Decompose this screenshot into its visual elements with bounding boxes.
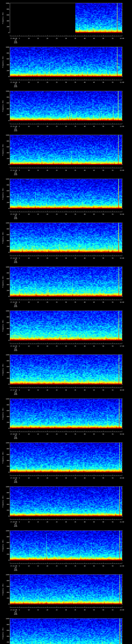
x-tick-label: 5 bbox=[19, 389, 20, 391]
x-tick-label: 55 bbox=[112, 170, 114, 171]
y-tick-label: 1000 bbox=[6, 266, 9, 268]
x-tick-label: 30 bbox=[65, 609, 67, 611]
y-tick-label: 200 bbox=[6, 598, 9, 599]
spectrogram-panel-17-18-00: Frequency (Hz)0200400600800100017:18:005… bbox=[0, 396, 132, 440]
frequency-axis-label: Frequency (Hz) bbox=[2, 188, 4, 200]
x-tick-label: 15 bbox=[37, 565, 39, 567]
y-tick-label: 400 bbox=[6, 64, 9, 66]
frequency-axis-label: Frequency (Hz) bbox=[2, 452, 4, 464]
spectrogram-panel-17-14-00: Frequency (Hz)0200400600800100017:14:005… bbox=[0, 220, 132, 264]
x-tick-label: 25 bbox=[56, 389, 58, 391]
y-tick-label: 800 bbox=[6, 96, 9, 98]
x-start-time-label: 17:17:00 bbox=[10, 389, 17, 391]
y-tick-label: 600 bbox=[6, 146, 9, 148]
x-tick-label: 5 bbox=[19, 170, 20, 171]
x-tick-label: 25 bbox=[56, 258, 58, 259]
x-start-time-label: 17:18:00 bbox=[10, 434, 17, 435]
x-end-time-label: 18:00 bbox=[120, 389, 124, 391]
x-tick-label: 25 bbox=[56, 477, 58, 479]
spectrogram-canvas bbox=[0, 0, 132, 44]
x-tick-label: 30 bbox=[65, 38, 67, 39]
x-tick-label: 40 bbox=[84, 565, 86, 567]
x-tick-label: 40 bbox=[84, 346, 86, 347]
x-tick-label: 45 bbox=[93, 38, 95, 39]
y-tick-label: 1000 bbox=[6, 530, 9, 532]
x-tick-label: 10 bbox=[28, 38, 30, 39]
y-tick-label: 200 bbox=[6, 466, 9, 467]
y-tick-label: 600 bbox=[6, 498, 9, 499]
x-tick-label: 45 bbox=[93, 477, 95, 479]
y-tick-label: 800 bbox=[6, 228, 9, 230]
x-start-time-label: 17:11:00 bbox=[10, 126, 17, 127]
x-tick-label: 55 bbox=[112, 434, 114, 435]
y-tick-label: 0 bbox=[8, 560, 9, 561]
y-tick-label: 800 bbox=[6, 8, 9, 10]
spectrogram-panel-17-12-00: Frequency (Hz)0200400600800100017:12:005… bbox=[0, 132, 132, 176]
y-tick-label: 1000 bbox=[6, 398, 9, 400]
page: { "figure": { "background_color": "#0000… bbox=[0, 0, 132, 644]
x-tick-label: 25 bbox=[56, 434, 58, 435]
y-tick-label: 400 bbox=[6, 152, 9, 154]
x-tick-label: 25 bbox=[56, 214, 58, 215]
date-year-label: 2016 bbox=[14, 262, 18, 263]
x-tick-label: 5 bbox=[19, 521, 20, 523]
x-tick-label: 35 bbox=[74, 389, 76, 391]
x-tick-label: 30 bbox=[65, 477, 67, 479]
x-end-time-label: 16:00 bbox=[120, 302, 124, 303]
x-tick-label: 20 bbox=[46, 434, 48, 435]
x-end-time-label: 14:00 bbox=[120, 214, 124, 215]
date-year-label: 2016 bbox=[14, 350, 18, 351]
x-tick-label: 55 bbox=[112, 609, 114, 611]
x-tick-label: 55 bbox=[112, 565, 114, 567]
x-tick-label: 15 bbox=[37, 477, 39, 479]
x-tick-label: 45 bbox=[93, 82, 95, 83]
y-tick-label: 1000 bbox=[6, 310, 9, 312]
x-end-time-label: 19:00 bbox=[120, 434, 124, 435]
y-tick-label: 800 bbox=[6, 536, 9, 538]
x-tick-label: 15 bbox=[37, 521, 39, 523]
x-tick-label: 20 bbox=[46, 346, 48, 347]
x-tick-label: 25 bbox=[56, 82, 58, 83]
y-tick-label: 0 bbox=[8, 516, 9, 517]
spectrogram-panel-17-16-00: Frequency (Hz)0200400600800100017:16:005… bbox=[0, 308, 132, 352]
x-tick-label: 20 bbox=[46, 302, 48, 303]
x-tick-label: 50 bbox=[102, 477, 104, 479]
date-year-label: 2016 bbox=[14, 570, 18, 571]
spectrogram-canvas bbox=[0, 484, 132, 528]
y-tick-label: 1000 bbox=[6, 2, 9, 4]
x-tick-label: 40 bbox=[84, 477, 86, 479]
x-tick-label: 20 bbox=[46, 82, 48, 83]
x-tick-label: 15 bbox=[37, 258, 39, 259]
x-tick-label: 35 bbox=[74, 302, 76, 303]
x-tick-label: 30 bbox=[65, 565, 67, 567]
y-tick-label: 0 bbox=[8, 472, 9, 473]
x-tick-label: 25 bbox=[56, 38, 58, 39]
x-tick-label: 40 bbox=[84, 126, 86, 127]
x-tick-label: 30 bbox=[65, 434, 67, 435]
x-end-time-label: 22:00 bbox=[120, 565, 124, 567]
x-tick-label: 30 bbox=[65, 126, 67, 127]
x-end-time-label: 13:00 bbox=[120, 170, 124, 171]
x-tick-label: 50 bbox=[102, 38, 104, 39]
x-tick-label: 30 bbox=[65, 302, 67, 303]
frequency-axis-label: Frequency (Hz) bbox=[2, 364, 4, 376]
frequency-axis-label: Frequency (Hz) bbox=[2, 56, 4, 68]
x-tick-label: 5 bbox=[19, 346, 20, 347]
y-tick-label: 200 bbox=[6, 554, 9, 555]
x-start-time-label: 17:14:00 bbox=[10, 258, 17, 259]
x-end-time-label: 21:00 bbox=[120, 521, 124, 523]
spectrogram-panel-17-13-00: Frequency (Hz)0200400600800100017:13:005… bbox=[0, 176, 132, 220]
x-tick-label: 35 bbox=[74, 258, 76, 259]
y-tick-label: 200 bbox=[6, 70, 9, 71]
x-tick-label: 30 bbox=[65, 170, 67, 171]
y-tick-label: 1000 bbox=[6, 618, 9, 620]
x-tick-label: 40 bbox=[84, 389, 86, 391]
x-tick-label: 10 bbox=[28, 609, 30, 611]
x-tick-label: 10 bbox=[28, 434, 30, 435]
x-tick-label: 15 bbox=[37, 214, 39, 215]
y-tick-label: 200 bbox=[6, 422, 9, 423]
spectrogram-panel-17-15-00: Frequency (Hz)0200400600800100017:15:005… bbox=[0, 264, 132, 308]
x-tick-label: 10 bbox=[28, 258, 30, 259]
y-tick-label: 600 bbox=[6, 410, 9, 412]
y-tick-label: 800 bbox=[6, 580, 9, 582]
